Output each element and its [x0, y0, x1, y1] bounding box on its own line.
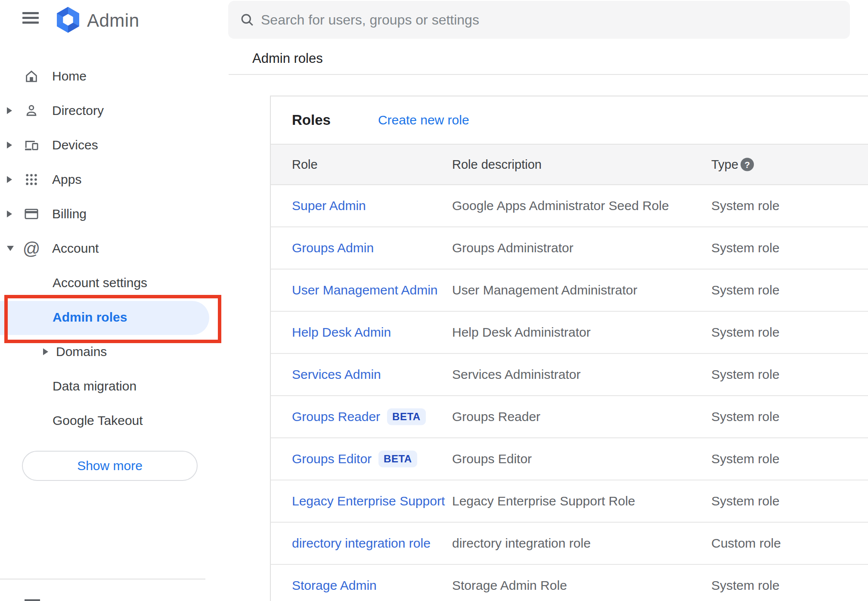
role-cell: Groups ReaderBETA — [292, 409, 426, 425]
role-type: System role — [711, 409, 779, 424]
role-cell: Help Desk Admin — [292, 325, 391, 340]
expand-caret-icon[interactable] — [7, 176, 12, 183]
role-cell: User Management Admin — [292, 283, 438, 297]
sidebar-item-label: Account settings — [53, 276, 147, 290]
table-row: Storage AdminStorage Admin RoleSystem ro… — [271, 565, 868, 601]
sidebar-divider — [0, 579, 205, 579]
role-description: Google Apps Administrator Seed Role — [452, 198, 669, 213]
role-link[interactable]: Groups Editor — [292, 452, 372, 466]
role-description: directory integration role — [452, 536, 591, 551]
sidebar-item-home[interactable]: Home — [0, 59, 228, 93]
sidebar-item-data-migration[interactable]: Data migration — [0, 369, 228, 403]
header-divider — [229, 74, 868, 75]
role-type: System role — [711, 578, 779, 593]
sidebar-item-apps[interactable]: Apps — [0, 162, 228, 197]
sidebar-item-label: Apps — [52, 172, 81, 187]
at-sign-icon: @ — [24, 241, 39, 256]
sidebar-item-label: Admin roles — [53, 310, 127, 325]
search-bar[interactable] — [228, 1, 850, 39]
create-new-role-link[interactable]: Create new role — [378, 113, 469, 127]
search-input[interactable] — [261, 12, 837, 28]
page-title: Admin roles — [252, 51, 323, 66]
role-link[interactable]: Services Admin — [292, 367, 381, 381]
search-icon — [239, 12, 255, 28]
role-link[interactable]: User Management Admin — [292, 283, 438, 297]
role-cell: Storage Admin — [292, 578, 377, 593]
partial-sidebar-icon — [25, 599, 40, 601]
column-header-type: Type — [711, 158, 738, 172]
column-header-description: Role description — [452, 158, 542, 172]
role-description: Help Desk Administrator — [452, 325, 591, 340]
sidebar-item-account-settings[interactable]: Account settings — [0, 266, 228, 300]
role-type: System role — [711, 241, 779, 255]
role-cell: directory integration role — [292, 536, 431, 551]
role-description: Groups Administrator — [452, 241, 574, 255]
role-type: System role — [711, 283, 779, 297]
table-row: Groups ReaderBETAGroups ReaderSystem rol… — [271, 396, 868, 438]
sidebar-item-google-takeout[interactable]: Google Takeout — [0, 403, 228, 438]
expand-caret-icon[interactable] — [7, 142, 12, 149]
sidebar-item-label: Data migration — [53, 379, 136, 393]
sidebar-item-account[interactable]: @ Account — [0, 231, 228, 266]
sidebar-item-admin-roles[interactable]: Admin roles — [0, 300, 228, 335]
table-row: User Management AdminUser Management Adm… — [271, 270, 868, 312]
beta-badge: BETA — [378, 451, 417, 468]
sidebar: Admin Home Directory Devices — [0, 0, 228, 601]
expand-caret-icon[interactable] — [7, 211, 12, 217]
role-link[interactable]: directory integration role — [292, 536, 431, 550]
role-cell: Services Admin — [292, 367, 381, 382]
sidebar-item-domains[interactable]: Domains — [0, 335, 228, 369]
sidebar-item-label: Account — [52, 241, 99, 256]
role-description: Legacy Enterprise Support Role — [452, 494, 635, 508]
role-cell: Groups EditorBETA — [292, 451, 417, 468]
sidebar-item-directory[interactable]: Directory — [0, 93, 228, 128]
product-title: Admin — [87, 10, 140, 31]
role-description: Storage Admin Role — [452, 578, 567, 593]
table-row: Groups EditorBETAGroups EditorSystem rol… — [271, 438, 868, 480]
table-row: Legacy Enterprise SupportLegacy Enterpri… — [271, 480, 868, 523]
role-type: System role — [711, 452, 779, 466]
role-cell: Super Admin — [292, 198, 366, 213]
roles-table-header: Role Role description Type ? — [271, 144, 868, 185]
role-link[interactable]: Groups Reader — [292, 409, 380, 424]
column-header-role: Role — [292, 158, 318, 172]
help-icon[interactable]: ? — [741, 158, 754, 171]
roles-card-title: Roles — [292, 112, 331, 128]
expand-caret-icon[interactable] — [7, 107, 12, 114]
table-row: Services AdminServices AdministratorSyst… — [271, 354, 868, 396]
sidebar-item-label: Home — [52, 69, 87, 84]
role-link[interactable]: Legacy Enterprise Support — [292, 494, 445, 508]
home-icon — [24, 68, 39, 84]
role-description: User Management Administrator — [452, 283, 637, 297]
admin-logo-icon — [55, 7, 81, 33]
table-row: Groups AdminGroups AdministratorSystem r… — [271, 227, 868, 270]
roles-table-body: Super AdminGoogle Apps Administrator See… — [271, 185, 868, 601]
role-description: Services Administrator — [452, 367, 580, 382]
collapse-caret-icon[interactable] — [7, 246, 14, 251]
sidebar-item-label: Devices — [52, 138, 98, 152]
show-more-button[interactable]: Show more — [22, 451, 198, 481]
sidebar-item-devices[interactable]: Devices — [0, 128, 228, 162]
table-row: directory integration roledirectory inte… — [271, 523, 868, 565]
beta-badge: BETA — [387, 409, 426, 425]
role-description: Groups Editor — [452, 452, 532, 466]
expand-caret-icon[interactable] — [43, 348, 48, 355]
devices-icon — [24, 137, 39, 153]
credit-card-icon — [24, 206, 39, 222]
role-link[interactable]: Storage Admin — [292, 578, 377, 592]
person-icon — [24, 103, 39, 118]
role-type: Custom role — [711, 536, 781, 551]
role-cell: Legacy Enterprise Support — [292, 494, 445, 508]
table-row: Help Desk AdminHelp Desk AdministratorSy… — [271, 312, 868, 354]
sidebar-item-label: Directory — [52, 103, 104, 118]
roles-card-titlebar: Roles Create new role — [271, 96, 868, 144]
roles-card: Roles Create new role Role Role descript… — [270, 96, 868, 601]
role-type: System role — [711, 494, 779, 508]
table-row: Super AdminGoogle Apps Administrator See… — [271, 185, 868, 227]
hamburger-menu-icon[interactable] — [22, 12, 39, 23]
role-link[interactable]: Help Desk Admin — [292, 325, 391, 339]
role-link[interactable]: Super Admin — [292, 198, 366, 213]
sidebar-item-billing[interactable]: Billing — [0, 197, 228, 231]
role-link[interactable]: Groups Admin — [292, 241, 374, 255]
sidebar-item-label: Google Takeout — [53, 413, 143, 428]
